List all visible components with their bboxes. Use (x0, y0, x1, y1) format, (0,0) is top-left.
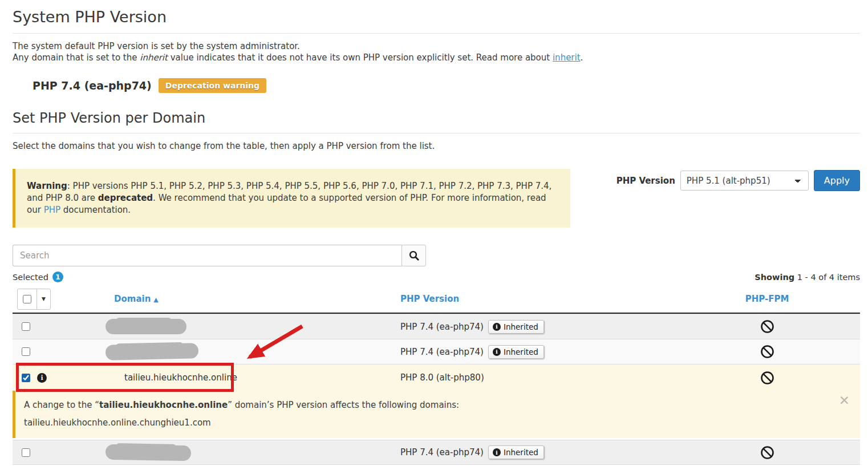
php-fpm-disabled-icon (760, 371, 774, 385)
inherit-link[interactable]: inherit (553, 52, 581, 63)
inherited-badge: iInherited (488, 345, 544, 359)
close-icon[interactable]: ✕ (839, 394, 850, 407)
intro-line-2: Any domain that is set to the inherit va… (13, 52, 583, 63)
sort-ascending-icon: ▲ (153, 296, 158, 303)
deprecation-warning-badge: Deprecation warning (159, 78, 266, 93)
apply-button[interactable]: Apply (814, 170, 860, 191)
row-php-version: PHP 8.0 (alt-php80) (400, 372, 484, 383)
search-button[interactable] (401, 245, 426, 266)
table-row-selected: i tailieu.hieukhocnhe.online PHP 8.0 (al… (13, 364, 860, 391)
per-domain-description: Select the domains that you wish to chan… (13, 140, 860, 152)
deprecated-versions-warning: Warning: PHP versions PHP 5.1, PHP 5.2, … (13, 169, 570, 228)
affected-domains-panel: A change to the “tailieu.hieukhocnhe.onl… (13, 391, 860, 438)
table-row: PHP 7.4 (ea-php74) iInherited (13, 339, 860, 364)
domain-name: tailieu.hieukhocnhe.online (124, 372, 237, 383)
php-version-apply-form: PHP Version PHP 5.1 (alt-php51) Apply (616, 169, 860, 191)
domain-column-header[interactable]: Domain▲ (114, 294, 389, 304)
search-bar (13, 245, 426, 266)
php-fpm-column-header: PHP-FPM (674, 294, 860, 304)
affected-source-domain: tailieu.hieukhocnhe.online (99, 400, 228, 410)
redacted-domain-blob (106, 444, 191, 461)
php-fpm-disabled-icon (760, 445, 774, 460)
select-all-checkbox[interactable] (23, 295, 31, 303)
inherited-badge: iInherited (488, 320, 544, 334)
affected-domains-message: A change to the “tailieu.hieukhocnhe.onl… (24, 399, 834, 411)
table-row: PHP 7.4 (ea-php74) iInherited (13, 440, 860, 465)
row-php-version: PHP 7.4 (ea-php74) (400, 322, 484, 332)
system-php-description: The system default PHP version is set by… (13, 40, 860, 63)
multiphp-manager-page: System PHP Version The system default PH… (0, 0, 868, 465)
info-icon: i (493, 323, 501, 331)
row-checkbox[interactable] (22, 374, 30, 382)
affected-domain-item: tailieu.hieukhocnhe.online.chunghieu1.co… (24, 416, 834, 429)
showing-range: Showing 1 - 4 of 4 items (755, 273, 860, 282)
select-all-control: ▼ (13, 289, 98, 310)
row-php-version: PHP 7.4 (ea-php74) (400, 447, 484, 457)
deprecated-word: deprecated (98, 193, 153, 203)
warning-and-apply-row: Warning: PHP versions PHP 5.1, PHP 5.2, … (13, 169, 860, 228)
current-system-php: PHP 7.4 (ea-php74) Deprecation warning (33, 78, 860, 93)
per-domain-section-title: Set PHP Version per Domain (13, 110, 860, 133)
inherited-badge: iInherited (488, 445, 544, 459)
php-fpm-disabled-icon (760, 345, 774, 359)
row-php-version: PHP 7.4 (ea-php74) (400, 347, 484, 357)
php-documentation-link[interactable]: PHP (44, 205, 60, 215)
intro-line-1: The system default PHP version is set by… (13, 41, 300, 51)
selected-count-badge: 1 (52, 272, 63, 282)
php-version-select[interactable]: PHP 5.1 (alt-php51) (680, 171, 809, 191)
table-row: PHP 7.4 (ea-php74) iInherited (13, 314, 860, 339)
search-icon (409, 250, 419, 261)
warning-label: Warning (27, 181, 67, 191)
info-icon: i (493, 448, 501, 456)
page-title: System PHP Version (13, 8, 860, 34)
row-checkbox[interactable] (22, 448, 30, 457)
domain-info-icon[interactable]: i (37, 373, 47, 383)
table-header-row: ▼ Domain▲ PHP Version PHP-FPM (13, 285, 860, 314)
row-checkbox[interactable] (22, 322, 30, 331)
inherit-emphasis: inherit (140, 52, 168, 63)
redacted-domain-blob (106, 319, 186, 334)
search-input[interactable] (13, 245, 401, 266)
table-meta-row: Selected 1 Showing 1 - 4 of 4 items (13, 272, 860, 282)
redacted-domain-blob (106, 343, 199, 360)
php-version-select-label: PHP Version (616, 176, 675, 186)
system-php-version-value: PHP 7.4 (ea-php74) (33, 79, 152, 92)
row-checkbox[interactable] (22, 347, 30, 356)
caret-down-icon: ▼ (42, 296, 46, 302)
php-version-column-header[interactable]: PHP Version (400, 294, 674, 304)
selected-label: Selected (13, 273, 48, 282)
select-all-split-button: ▼ (17, 289, 51, 310)
select-all-caret[interactable]: ▼ (36, 289, 50, 309)
php-fpm-disabled-icon (760, 319, 774, 334)
info-icon: i (493, 348, 501, 356)
domains-table: ▼ Domain▲ PHP Version PHP-FPM PHP 7.4 (e… (13, 285, 860, 465)
selected-count: Selected 1 (13, 272, 63, 282)
